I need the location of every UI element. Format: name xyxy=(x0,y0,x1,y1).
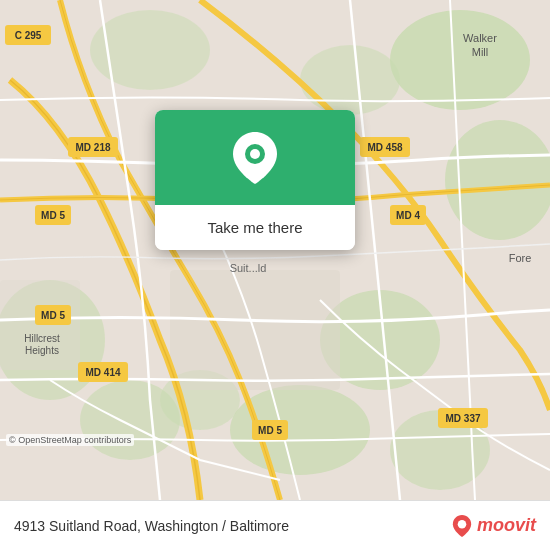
take-me-there-button[interactable]: Take me there xyxy=(155,205,355,250)
svg-text:Suit...ld: Suit...ld xyxy=(230,262,267,274)
moovit-label: moovit xyxy=(477,515,536,536)
svg-point-10 xyxy=(300,45,400,115)
svg-text:MD 4: MD 4 xyxy=(396,210,420,221)
svg-text:Walker: Walker xyxy=(463,32,497,44)
moovit-pin-icon xyxy=(451,515,473,537)
svg-text:Mill: Mill xyxy=(472,46,489,58)
bottom-bar: 4913 Suitland Road, Washington / Baltimo… xyxy=(0,500,550,550)
svg-text:MD 414: MD 414 xyxy=(85,367,120,378)
moovit-logo: moovit xyxy=(451,515,536,537)
svg-text:MD 5: MD 5 xyxy=(41,310,65,321)
svg-text:MD 337: MD 337 xyxy=(445,413,480,424)
svg-text:MD 458: MD 458 xyxy=(367,142,402,153)
svg-text:MD 5: MD 5 xyxy=(41,210,65,221)
map-container: C 295 MD 218 MD 458 MD 5 MD 4 MD 5 MD 41… xyxy=(0,0,550,500)
osm-credit: © OpenStreetMap contributors xyxy=(6,434,134,446)
svg-text:Heights: Heights xyxy=(25,345,59,356)
svg-text:MD 5: MD 5 xyxy=(258,425,282,436)
svg-text:MD 218: MD 218 xyxy=(75,142,110,153)
svg-point-38 xyxy=(250,149,260,159)
svg-text:Fore: Fore xyxy=(509,252,532,264)
svg-text:C 295: C 295 xyxy=(15,30,42,41)
map-svg: C 295 MD 218 MD 458 MD 5 MD 4 MD 5 MD 41… xyxy=(0,0,550,500)
svg-point-39 xyxy=(458,519,467,528)
svg-text:Hillcrest: Hillcrest xyxy=(24,333,60,344)
location-pin-icon xyxy=(233,132,277,184)
address-text: 4913 Suitland Road, Washington / Baltimo… xyxy=(14,518,289,534)
popup-header xyxy=(155,110,355,205)
svg-point-6 xyxy=(230,385,370,475)
popup-card: Take me there xyxy=(155,110,355,250)
svg-point-1 xyxy=(390,10,530,110)
